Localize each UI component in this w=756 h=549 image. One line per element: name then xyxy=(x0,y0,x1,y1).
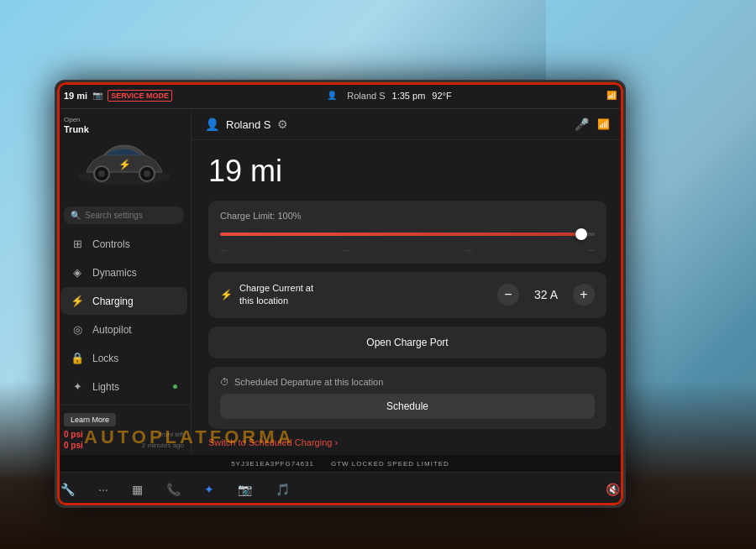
service-mode-badge: SERVICE MODE xyxy=(108,90,172,102)
profile-left: 👤 Roland S ⚙ xyxy=(205,118,288,131)
charging-icon: ⚡ xyxy=(71,295,84,307)
status-temp: 92°F xyxy=(432,91,451,101)
speed-limited-label: GTW LOCKED SPEED LIMITED xyxy=(331,460,449,468)
controls-icon: ⊞ xyxy=(71,238,84,250)
charge-current-label: Charge Current atthis location xyxy=(239,282,313,308)
switch-charging-link[interactable]: Switch to Scheduled Charging › xyxy=(208,437,606,447)
profile-header: 👤 Roland S ⚙ 🎤 📶 xyxy=(192,109,623,140)
screen-bezel: 19 mi 📷 SERVICE MODE 👤 Roland S 1:35 pm … xyxy=(55,80,626,508)
lights-dot xyxy=(173,384,177,389)
charge-increase-button[interactable]: + xyxy=(573,284,595,306)
charge-plug-icon: ⚡ xyxy=(220,289,233,301)
tire-label-rear: 2 minutes ago xyxy=(142,442,184,449)
tick-3: — xyxy=(465,246,472,254)
charge-current-section: ⚡ Charge Current atthis location − 32 A … xyxy=(208,272,606,318)
tire-info: 0 psi front left 0 psi 2 minutes ago xyxy=(64,430,184,450)
taskbar-bluetooth-icon[interactable]: ✦ xyxy=(201,479,218,499)
right-panel: 👤 Roland S ⚙ 🎤 📶 19 mi Charge L xyxy=(192,109,623,455)
charge-slider-container[interactable] xyxy=(220,226,595,243)
charge-slider-fill xyxy=(220,233,576,236)
search-icon: 🔍 xyxy=(71,211,81,220)
tire-psi-front: 0 psi xyxy=(64,430,83,439)
tire-label-front: front left xyxy=(160,431,184,438)
tick-1: — xyxy=(220,246,227,254)
clock-icon: ⏱ xyxy=(220,377,229,387)
nav-item-autopilot[interactable]: ◎ Autopilot xyxy=(60,316,187,343)
charge-slider-thumb[interactable] xyxy=(575,228,587,240)
svg-point-4 xyxy=(144,170,150,177)
nav-item-charging[interactable]: ⚡ Charging xyxy=(60,287,187,315)
nav-label-charging: Charging xyxy=(92,295,134,307)
charge-limit-section: Charge Limit: 100% — — — — xyxy=(208,201,606,264)
taskbar-music-icon[interactable]: 🎵 xyxy=(272,479,293,499)
taskbar: 🔧 ··· ▦ 📞 ✦ 📷 🎵 🔇 xyxy=(57,472,623,505)
charge-current-control: − 32 A + xyxy=(497,284,595,306)
nav-label-locks: Locks xyxy=(92,353,118,364)
signal-bars-icon: 📶 xyxy=(597,118,610,130)
tire-psi-rear: 0 psi xyxy=(64,441,83,450)
taskbar-phone-icon[interactable]: 📞 xyxy=(163,479,184,499)
screen-content: 19 mi 📷 SERVICE MODE 👤 Roland S 1:35 pm … xyxy=(57,82,623,505)
charge-current-left: ⚡ Charge Current atthis location xyxy=(220,282,313,308)
profile-name: Roland S xyxy=(226,118,270,131)
open-charge-port-button[interactable]: Open Charge Port xyxy=(208,327,606,358)
profile-person-icon: 👤 xyxy=(205,118,219,131)
nav-item-controls[interactable]: ⊞ Controls xyxy=(60,230,187,258)
trunk-label: Trunk xyxy=(64,124,89,134)
taskbar-grid-icon[interactable]: ▦ xyxy=(129,479,146,499)
schedule-button[interactable]: Schedule xyxy=(220,394,595,419)
taskbar-dots-icon[interactable]: ··· xyxy=(95,479,112,499)
svg-point-2 xyxy=(98,170,105,177)
scheduled-header: ⏱ Scheduled Departure at this location xyxy=(220,377,595,387)
profile-right: 🎤 📶 xyxy=(575,118,610,131)
signal-icon: 📶 xyxy=(606,91,617,100)
camera-icon: 📷 xyxy=(92,91,102,100)
nav-label-lights: Lights xyxy=(92,381,119,393)
status-username: Roland S xyxy=(347,91,385,101)
charge-limit-label: Charge Limit: 100% xyxy=(220,211,595,221)
nav-label-autopilot: Autopilot xyxy=(92,324,132,336)
nav-item-dynamics[interactable]: ◈ Dynamics xyxy=(60,259,187,286)
nav-item-locks[interactable]: 🔒 Locks xyxy=(60,344,187,372)
bottom-info: Learn More 0 psi front left 0 psi 2 minu… xyxy=(57,405,191,455)
search-bar[interactable]: 🔍 xyxy=(64,207,184,224)
main-area: Open Trunk xyxy=(57,109,623,455)
status-bar-right: 📶 xyxy=(606,91,617,100)
tick-2: — xyxy=(343,246,349,254)
charge-slider-track xyxy=(220,233,595,236)
lights-icon: ✦ xyxy=(71,380,84,393)
person-icon: 👤 xyxy=(327,91,337,100)
tick-4: — xyxy=(588,246,595,254)
charging-content: 19 mi Charge Limit: 100% — — xyxy=(192,140,623,455)
nav-label-controls: Controls xyxy=(92,238,130,250)
car-image-area: Open Trunk xyxy=(57,109,191,201)
battery-miles-display: 19 mi xyxy=(208,154,606,189)
status-mileage: 19 mi xyxy=(64,91,87,101)
taskbar-camera-icon[interactable]: 📷 xyxy=(234,479,255,499)
charge-amps-display: 32 A xyxy=(529,288,563,301)
vin-number: 5YJ3E1EA3PFG74631 xyxy=(231,460,314,468)
nav-label-dynamics: Dynamics xyxy=(92,267,137,279)
scheduled-section: ⏱ Scheduled Departure at this location S… xyxy=(208,367,606,429)
taskbar-speaker-icon[interactable]: 🔇 xyxy=(602,479,623,499)
nav-item-lights[interactable]: ✦ Lights xyxy=(60,373,187,400)
tire-item-front: 0 psi front left xyxy=(64,430,184,439)
search-input[interactable] xyxy=(85,211,177,220)
status-time: 1:35 pm xyxy=(392,91,426,101)
svg-text:⚡: ⚡ xyxy=(118,158,131,170)
taskbar-wrench-icon[interactable]: 🔧 xyxy=(57,479,78,499)
left-panel: Open Trunk xyxy=(57,109,192,455)
status-bar-center: 👤 Roland S 1:35 pm 92°F xyxy=(177,91,601,101)
status-bar: 19 mi 📷 SERVICE MODE 👤 Roland S 1:35 pm … xyxy=(57,82,623,109)
car-illustration: ⚡ xyxy=(70,130,179,189)
learn-more-button[interactable]: Learn More xyxy=(64,413,116,426)
nav-items-list: ⊞ Controls ◈ Dynamics ⚡ Charging ◎ Autop… xyxy=(57,229,191,405)
autopilot-icon: ◎ xyxy=(71,323,84,336)
mic-icon[interactable]: 🎤 xyxy=(575,118,589,131)
open-label: Open xyxy=(64,116,81,123)
profile-settings-icon[interactable]: ⚙ xyxy=(277,118,288,131)
charge-decrease-button[interactable]: − xyxy=(497,284,519,306)
dynamics-icon: ◈ xyxy=(71,266,84,279)
vin-bar: 5YJ3E1EA3PFG74631 GTW LOCKED SPEED LIMIT… xyxy=(57,455,623,472)
locks-icon: 🔒 xyxy=(71,352,84,364)
